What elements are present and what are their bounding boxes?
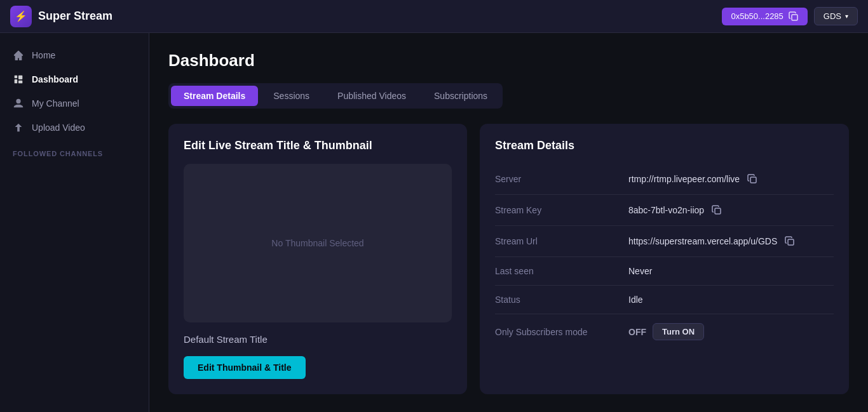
tab-sessions[interactable]: Sessions xyxy=(261,86,322,106)
wallet-address-text: 0x5b50...2285 xyxy=(731,11,783,21)
sidebar-item-my-channel[interactable]: My Channel xyxy=(0,91,149,116)
stream-key-label: Stream Key xyxy=(495,205,622,215)
subscribers-mode-row: Only Subscribers mode OFF Turn ON xyxy=(495,314,834,349)
sidebar-item-upload-video[interactable]: Upload Video xyxy=(0,116,149,140)
server-row: Server rtmp://rtmp.livepeer.com/live xyxy=(495,164,834,195)
topbar: ⚡ Super Stream 0x5b50...2285 GDS ▾ xyxy=(0,0,868,33)
stream-details-card-title: Stream Details xyxy=(495,139,834,152)
copy-server-button[interactable] xyxy=(746,173,759,185)
stream-url-label: Stream Url xyxy=(495,236,622,246)
logo-icon: ⚡ xyxy=(10,6,32,27)
sidebar: Home Dashboard My Channel Upload Video F… xyxy=(0,33,149,412)
svg-rect-0 xyxy=(792,15,797,20)
tabs-container: Stream Details Sessions Published Videos… xyxy=(168,83,503,109)
copy-stream-url-icon xyxy=(785,236,795,246)
wallet-address-button[interactable]: 0x5b50...2285 xyxy=(722,8,807,25)
thumbnail-area[interactable]: No Thumbnail Selected xyxy=(184,164,452,322)
svg-rect-2 xyxy=(715,208,721,214)
last-seen-label: Last seen xyxy=(495,266,622,276)
copy-stream-url-button[interactable] xyxy=(783,235,796,248)
turn-on-subscribers-mode-button[interactable]: Turn ON xyxy=(653,323,704,340)
copy-server-icon xyxy=(747,174,757,184)
copy-wallet-icon xyxy=(789,11,799,22)
main-content: Dashboard Stream Details Sessions Publis… xyxy=(149,33,868,412)
server-value: rtmp://rtmp.livepeer.com/live xyxy=(628,173,834,185)
topbar-right: 0x5b50...2285 GDS ▾ xyxy=(722,7,858,25)
tab-published-videos[interactable]: Published Videos xyxy=(325,86,419,106)
status-row: Status Idle xyxy=(495,286,834,314)
main-layout: Home Dashboard My Channel Upload Video F… xyxy=(0,33,868,412)
network-button[interactable]: GDS ▾ xyxy=(814,7,858,25)
copy-stream-key-icon xyxy=(712,205,722,215)
subscribers-mode-label: Only Subscribers mode xyxy=(495,327,622,337)
sidebar-item-upload-video-label: Upload Video xyxy=(32,123,85,133)
last-seen-row: Last seen Never xyxy=(495,257,834,286)
last-seen-value: Never xyxy=(628,266,834,276)
dashboard-icon xyxy=(13,74,24,85)
server-label: Server xyxy=(495,174,622,184)
svg-rect-3 xyxy=(788,239,794,245)
app-logo: ⚡ Super Stream xyxy=(10,6,722,27)
page-title: Dashboard xyxy=(168,51,849,70)
sidebar-item-dashboard-label: Dashboard xyxy=(32,74,78,84)
network-label: GDS xyxy=(824,11,841,21)
sidebar-item-home[interactable]: Home xyxy=(0,43,149,67)
upload-icon xyxy=(13,122,24,133)
stream-key-value: 8abc-7btl-vo2n-iiop xyxy=(628,204,834,216)
stream-details-card: Stream Details Server rtmp://rtmp.livepe… xyxy=(480,124,849,394)
stream-url-row: Stream Url https://superstream.vercel.ap… xyxy=(495,226,834,257)
stream-url-value: https://superstream.vercel.app/u/GDS xyxy=(628,235,834,248)
sidebar-item-my-channel-label: My Channel xyxy=(32,98,79,109)
edit-thumbnail-title-button[interactable]: Edit Thumbnail & Title xyxy=(184,356,306,379)
tab-stream-details[interactable]: Stream Details xyxy=(171,86,258,106)
stream-key-row: Stream Key 8abc-7btl-vo2n-iiop xyxy=(495,195,834,226)
sidebar-item-dashboard[interactable]: Dashboard xyxy=(0,67,149,91)
cards-row: Edit Live Stream Title & Thumbnail No Th… xyxy=(168,124,849,394)
subscribers-mode-value: OFF Turn ON xyxy=(628,323,834,340)
app-name: Super Stream xyxy=(38,10,112,23)
svg-rect-1 xyxy=(750,177,756,183)
live-stream-card: Edit Live Stream Title & Thumbnail No Th… xyxy=(168,124,467,394)
sidebar-item-home-label: Home xyxy=(32,50,55,60)
status-value: Idle xyxy=(628,295,834,305)
tab-subscriptions[interactable]: Subscriptions xyxy=(421,86,500,106)
subscribers-mode-off-badge: OFF xyxy=(628,327,646,337)
live-stream-card-title: Edit Live Stream Title & Thumbnail xyxy=(184,139,452,152)
chevron-down-icon: ▾ xyxy=(845,13,848,20)
thumbnail-placeholder-text: No Thumbnail Selected xyxy=(271,238,363,248)
status-label: Status xyxy=(495,295,622,305)
followed-channels-section: FOLLOWED CHANNELS xyxy=(0,140,149,161)
home-icon xyxy=(13,50,24,61)
user-icon xyxy=(13,98,24,109)
stream-title-display: Default Stream Title xyxy=(184,334,452,345)
copy-stream-key-button[interactable] xyxy=(710,204,723,216)
